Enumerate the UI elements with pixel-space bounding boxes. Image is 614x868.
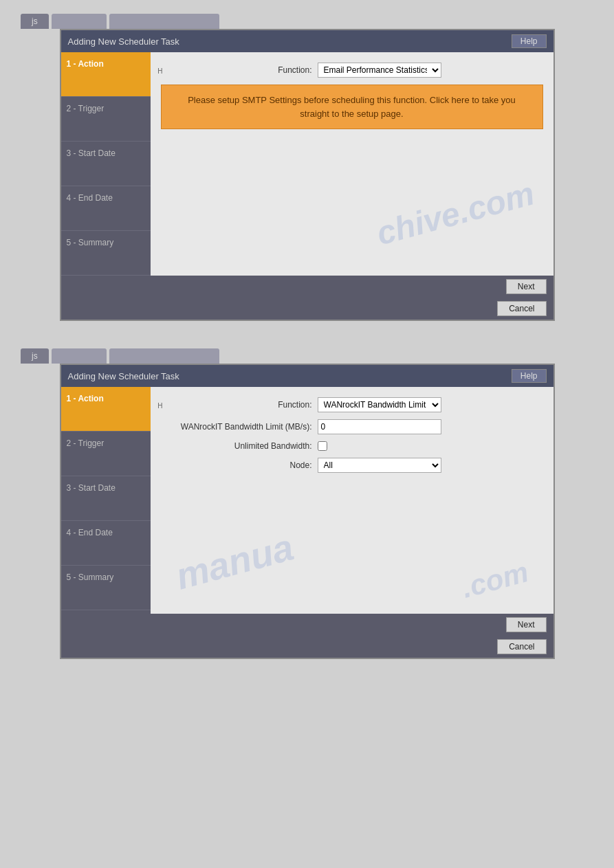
dialog-2-help-button[interactable]: Help xyxy=(512,369,547,383)
dialog-1-help-button[interactable]: Help xyxy=(512,34,547,48)
dialog-1-cancel-button[interactable]: Cancel xyxy=(497,301,546,316)
warning-box-1[interactable]: Please setup SMTP Settings before schedu… xyxy=(161,85,543,129)
node-row: Node: All Node 1 Node 2 xyxy=(161,458,543,473)
dialog-1-next-row: Next xyxy=(61,276,553,298)
tab-empty1 xyxy=(52,14,107,29)
function-row-1: Function: Email Performance Statistics W… xyxy=(161,63,543,78)
sidebar-item-summary-2[interactable]: 5 - Summary xyxy=(61,566,151,610)
dialog-1-cancel-row: Cancel xyxy=(61,298,553,320)
node-label: Node: xyxy=(161,460,312,470)
sidebar-item-enddate-1[interactable]: 4 - End Date xyxy=(61,186,151,231)
dialog-2-cancel-button[interactable]: Cancel xyxy=(497,639,546,654)
tab-js-2[interactable]: js xyxy=(21,348,49,364)
sidebar-item-summary-1[interactable]: 5 - Summary xyxy=(61,231,151,276)
tab-empty1-2 xyxy=(52,348,107,364)
sidebar-item-startdate-1[interactable]: 3 - Start Date xyxy=(61,142,151,186)
sidebar-item-trigger-2[interactable]: 2 - Trigger xyxy=(61,432,151,476)
unlimited-checkbox[interactable] xyxy=(318,441,327,451)
dialog-1-header: Adding New Scheduler Task Help xyxy=(61,30,553,52)
dialog-1: Adding New Scheduler Task Help 1 - Actio… xyxy=(60,29,555,321)
dialog-1-title: Adding New Scheduler Task xyxy=(68,36,179,47)
watermark-2a: manua xyxy=(171,526,297,598)
function-label-1: Function: xyxy=(161,65,312,75)
function-select-2[interactable]: Email Performance Statistics WANrockIT B… xyxy=(318,397,441,412)
sidebar-item-trigger-1[interactable]: 2 - Trigger xyxy=(61,97,151,142)
dialog-2-header: Adding New Scheduler Task Help xyxy=(61,365,553,387)
tab-empty2 xyxy=(109,14,219,29)
watermark-area-2: manua .com xyxy=(161,480,543,603)
dialog-2-title: Adding New Scheduler Task xyxy=(68,371,179,381)
dialog-1-content: Function: Email Performance Statistics W… xyxy=(151,52,553,276)
dialog-2-next-row: Next xyxy=(61,614,553,636)
watermark-area-1: chive.com xyxy=(161,129,543,239)
side-label-h-2: H xyxy=(157,402,162,410)
dialog-1-sidebar: 1 - Action H 2 - Trigger 3 - Start Date … xyxy=(61,52,151,276)
dialog-1-next-button[interactable]: Next xyxy=(506,279,547,294)
unlimited-label: Unlimited Bandwidth: xyxy=(161,441,312,451)
unlimited-row: Unlimited Bandwidth: xyxy=(161,441,543,451)
tab-js[interactable]: js xyxy=(21,14,49,29)
function-select-1[interactable]: Email Performance Statistics WANrockIT B… xyxy=(318,63,441,78)
sidebar-item-enddate-2[interactable]: 4 - End Date xyxy=(61,521,151,566)
bandwidth-input[interactable] xyxy=(318,419,441,434)
watermark-2b: .com xyxy=(459,555,532,605)
dialog-2-sidebar: 1 - Action H 2 - Trigger 3 - Start Date … xyxy=(61,387,151,614)
watermark-1: chive.com xyxy=(373,175,538,253)
sidebar-item-action-1[interactable]: 1 - Action xyxy=(61,52,151,97)
dialog-2-body: 1 - Action H 2 - Trigger 3 - Start Date … xyxy=(61,387,553,614)
dialog-2: Adding New Scheduler Task Help 1 - Actio… xyxy=(60,364,555,659)
tab-empty2-2 xyxy=(109,348,219,364)
side-label-h: H xyxy=(157,67,162,75)
sidebar-item-action-2[interactable]: 1 - Action xyxy=(61,387,151,432)
bandwidth-label: WANrockIT Bandwidth Limit (MB/s): xyxy=(161,422,312,432)
node-select[interactable]: All Node 1 Node 2 xyxy=(318,458,441,473)
function-row-2: Function: Email Performance Statistics W… xyxy=(161,397,543,412)
dialog-1-body: 1 - Action H 2 - Trigger 3 - Start Date … xyxy=(61,52,553,276)
dialog-2-next-button[interactable]: Next xyxy=(506,617,547,632)
dialog-2-content: Function: Email Performance Statistics W… xyxy=(151,387,553,614)
bandwidth-row: WANrockIT Bandwidth Limit (MB/s): xyxy=(161,419,543,434)
sidebar-item-startdate-2[interactable]: 3 - Start Date xyxy=(61,476,151,521)
function-label-2: Function: xyxy=(161,400,312,410)
dialog-2-cancel-row: Cancel xyxy=(61,636,553,658)
